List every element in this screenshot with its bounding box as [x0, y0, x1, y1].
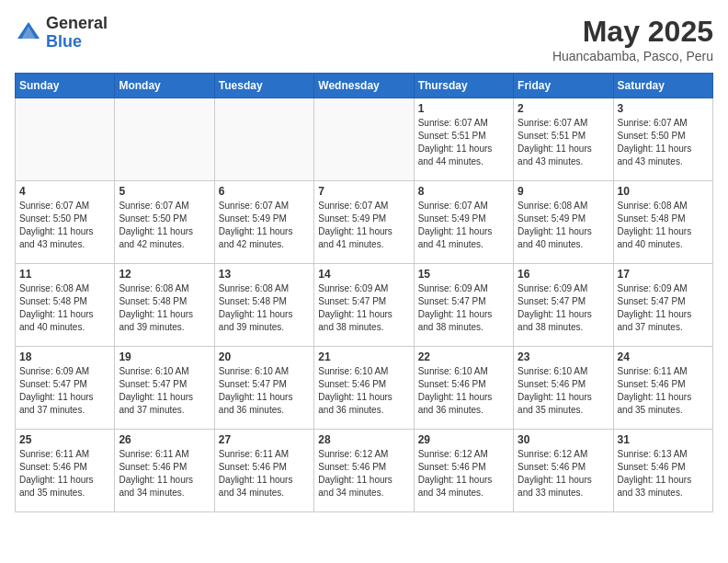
day-info: Sunrise: 6:07 AM Sunset: 5:50 PM Dayligh…: [618, 117, 709, 168]
day-number: 11: [19, 268, 110, 281]
weekday-header: Friday: [514, 74, 613, 98]
weekday-header: Monday: [115, 74, 214, 98]
day-number: 21: [318, 350, 409, 363]
day-number: 18: [19, 350, 110, 363]
calendar-cell: 31Sunrise: 6:13 AM Sunset: 5:46 PM Dayli…: [613, 430, 712, 512]
calendar-week-row: 1Sunrise: 6:07 AM Sunset: 5:51 PM Daylig…: [16, 98, 713, 181]
calendar-cell: 13Sunrise: 6:08 AM Sunset: 5:48 PM Dayli…: [214, 264, 313, 347]
day-info: Sunrise: 6:07 AM Sunset: 5:49 PM Dayligh…: [318, 200, 409, 251]
day-info: Sunrise: 6:13 AM Sunset: 5:46 PM Dayligh…: [618, 448, 709, 500]
calendar-week-row: 4Sunrise: 6:07 AM Sunset: 5:50 PM Daylig…: [16, 181, 713, 264]
weekday-header: Thursday: [414, 74, 513, 98]
calendar-cell: 24Sunrise: 6:11 AM Sunset: 5:46 PM Dayli…: [613, 347, 712, 430]
day-info: Sunrise: 6:12 AM Sunset: 5:46 PM Dayligh…: [418, 448, 509, 500]
day-number: 31: [618, 433, 709, 446]
day-number: 19: [119, 350, 210, 363]
day-number: 14: [318, 268, 409, 281]
day-number: 27: [219, 433, 310, 446]
weekday-header: Wednesday: [314, 74, 414, 98]
logo-blue: Blue: [46, 32, 82, 51]
day-number: 1: [418, 102, 509, 115]
calendar-cell: 10Sunrise: 6:08 AM Sunset: 5:48 PM Dayli…: [613, 181, 712, 264]
calendar-cell: 27Sunrise: 6:11 AM Sunset: 5:46 PM Dayli…: [214, 430, 313, 512]
day-info: Sunrise: 6:08 AM Sunset: 5:48 PM Dayligh…: [119, 282, 210, 334]
day-number: 16: [518, 268, 609, 281]
day-info: Sunrise: 6:11 AM Sunset: 5:46 PM Dayligh…: [219, 448, 310, 500]
calendar-cell: 16Sunrise: 6:09 AM Sunset: 5:47 PM Dayli…: [514, 264, 613, 347]
weekday-header: Saturday: [613, 74, 712, 98]
day-number: 30: [518, 433, 609, 446]
day-number: 20: [219, 350, 310, 363]
day-number: 2: [518, 102, 609, 115]
day-info: Sunrise: 6:09 AM Sunset: 5:47 PM Dayligh…: [418, 282, 509, 334]
day-info: Sunrise: 6:10 AM Sunset: 5:46 PM Dayligh…: [418, 365, 509, 417]
calendar-table: SundayMondayTuesdayWednesdayThursdayFrid…: [15, 73, 713, 512]
day-info: Sunrise: 6:10 AM Sunset: 5:46 PM Dayligh…: [318, 365, 409, 417]
calendar-cell: 7Sunrise: 6:07 AM Sunset: 5:49 PM Daylig…: [314, 181, 414, 264]
calendar-cell: 17Sunrise: 6:09 AM Sunset: 5:47 PM Dayli…: [613, 264, 712, 347]
logo-icon: [15, 19, 42, 47]
day-info: Sunrise: 6:08 AM Sunset: 5:48 PM Dayligh…: [219, 282, 310, 334]
calendar-cell: [16, 98, 115, 181]
day-number: 25: [19, 433, 110, 446]
day-number: 15: [418, 268, 509, 281]
calendar-cell: 11Sunrise: 6:08 AM Sunset: 5:48 PM Dayli…: [16, 264, 115, 347]
calendar-week-row: 11Sunrise: 6:08 AM Sunset: 5:48 PM Dayli…: [16, 264, 713, 347]
month-title: May 2025: [552, 15, 713, 49]
calendar-cell: 15Sunrise: 6:09 AM Sunset: 5:47 PM Dayli…: [414, 264, 513, 347]
calendar-cell: 23Sunrise: 6:10 AM Sunset: 5:46 PM Dayli…: [514, 347, 613, 430]
day-info: Sunrise: 6:12 AM Sunset: 5:46 PM Dayligh…: [318, 448, 409, 500]
day-info: Sunrise: 6:09 AM Sunset: 5:47 PM Dayligh…: [518, 282, 609, 334]
day-info: Sunrise: 6:07 AM Sunset: 5:49 PM Dayligh…: [418, 200, 509, 251]
calendar-cell: 26Sunrise: 6:11 AM Sunset: 5:46 PM Dayli…: [115, 430, 214, 512]
day-info: Sunrise: 6:07 AM Sunset: 5:51 PM Dayligh…: [418, 117, 509, 168]
calendar-cell: [214, 98, 313, 181]
day-number: 3: [618, 102, 709, 115]
calendar-cell: 14Sunrise: 6:09 AM Sunset: 5:47 PM Dayli…: [314, 264, 414, 347]
calendar-cell: 18Sunrise: 6:09 AM Sunset: 5:47 PM Dayli…: [16, 347, 115, 430]
day-number: 4: [19, 185, 110, 198]
calendar-cell: 25Sunrise: 6:11 AM Sunset: 5:46 PM Dayli…: [16, 430, 115, 512]
location: Huancabamba, Pasco, Peru: [552, 49, 713, 63]
day-number: 5: [119, 185, 210, 198]
day-number: 9: [518, 185, 609, 198]
calendar-cell: 29Sunrise: 6:12 AM Sunset: 5:46 PM Dayli…: [414, 430, 513, 512]
day-number: 8: [418, 185, 509, 198]
day-number: 24: [618, 350, 709, 363]
day-number: 22: [418, 350, 509, 363]
day-info: Sunrise: 6:08 AM Sunset: 5:48 PM Dayligh…: [19, 282, 110, 334]
calendar-cell: 21Sunrise: 6:10 AM Sunset: 5:46 PM Dayli…: [314, 347, 414, 430]
calendar-cell: 12Sunrise: 6:08 AM Sunset: 5:48 PM Dayli…: [115, 264, 214, 347]
day-number: 6: [219, 185, 310, 198]
day-number: 7: [318, 185, 409, 198]
calendar-cell: 30Sunrise: 6:12 AM Sunset: 5:46 PM Dayli…: [514, 430, 613, 512]
calendar-cell: 6Sunrise: 6:07 AM Sunset: 5:49 PM Daylig…: [214, 181, 313, 264]
day-info: Sunrise: 6:09 AM Sunset: 5:47 PM Dayligh…: [19, 365, 110, 417]
day-info: Sunrise: 6:07 AM Sunset: 5:51 PM Dayligh…: [518, 117, 609, 168]
day-info: Sunrise: 6:10 AM Sunset: 5:46 PM Dayligh…: [518, 365, 609, 417]
day-number: 17: [618, 268, 709, 281]
day-number: 28: [318, 433, 409, 446]
day-info: Sunrise: 6:10 AM Sunset: 5:47 PM Dayligh…: [219, 365, 310, 417]
weekday-header-row: SundayMondayTuesdayWednesdayThursdayFrid…: [16, 74, 713, 98]
calendar-cell: 1Sunrise: 6:07 AM Sunset: 5:51 PM Daylig…: [414, 98, 513, 181]
day-info: Sunrise: 6:07 AM Sunset: 5:50 PM Dayligh…: [19, 200, 110, 251]
title-area: May 2025 Huancabamba, Pasco, Peru: [552, 15, 713, 63]
logo: General Blue: [15, 15, 108, 52]
calendar-week-row: 25Sunrise: 6:11 AM Sunset: 5:46 PM Dayli…: [16, 430, 713, 512]
day-number: 10: [618, 185, 709, 198]
calendar-cell: 22Sunrise: 6:10 AM Sunset: 5:46 PM Dayli…: [414, 347, 513, 430]
logo-general: General: [46, 14, 108, 32]
day-info: Sunrise: 6:07 AM Sunset: 5:49 PM Dayligh…: [219, 200, 310, 251]
calendar-cell: 3Sunrise: 6:07 AM Sunset: 5:50 PM Daylig…: [613, 98, 712, 181]
day-info: Sunrise: 6:08 AM Sunset: 5:49 PM Dayligh…: [518, 200, 609, 251]
calendar-cell: 28Sunrise: 6:12 AM Sunset: 5:46 PM Dayli…: [314, 430, 414, 512]
day-number: 26: [119, 433, 210, 446]
day-info: Sunrise: 6:11 AM Sunset: 5:46 PM Dayligh…: [618, 365, 709, 417]
calendar-cell: 4Sunrise: 6:07 AM Sunset: 5:50 PM Daylig…: [16, 181, 115, 264]
day-info: Sunrise: 6:09 AM Sunset: 5:47 PM Dayligh…: [618, 282, 709, 334]
calendar-cell: 8Sunrise: 6:07 AM Sunset: 5:49 PM Daylig…: [414, 181, 513, 264]
day-info: Sunrise: 6:07 AM Sunset: 5:50 PM Dayligh…: [119, 200, 210, 251]
day-info: Sunrise: 6:08 AM Sunset: 5:48 PM Dayligh…: [618, 200, 709, 251]
day-number: 12: [119, 268, 210, 281]
